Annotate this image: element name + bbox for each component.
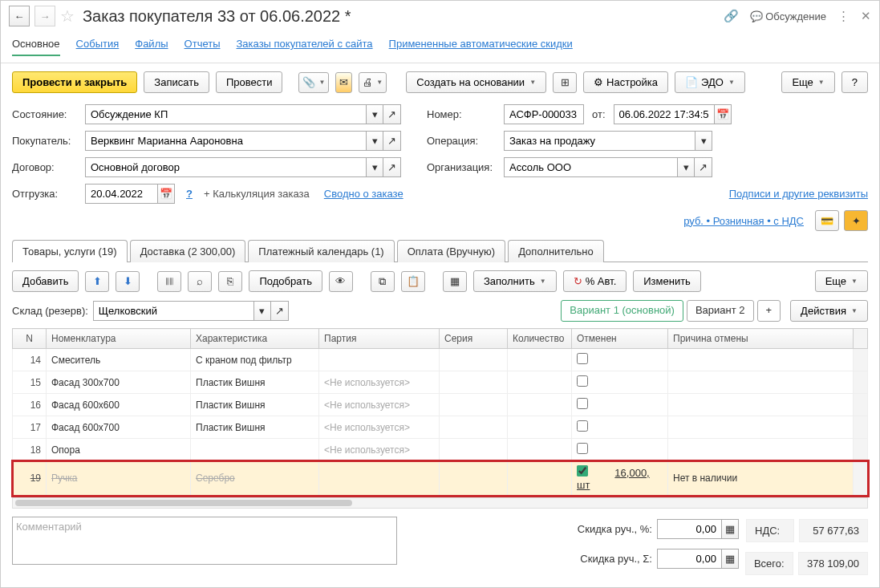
table-row[interactable]: 16Фасад 600х600Пластик Вишня<Не использу… <box>13 394 868 416</box>
print-dropdown[interactable]: 🖨▼ <box>359 72 387 93</box>
contract-dropdown-icon[interactable]: ▾ <box>366 157 383 177</box>
save-button[interactable]: Записать <box>144 71 209 93</box>
table-row[interactable]: 18Опора<Не используется> <box>13 439 868 461</box>
add-row-button[interactable]: Добавить <box>12 270 79 292</box>
tab-reports[interactable]: Отчеты <box>185 38 221 56</box>
variant-2-button[interactable]: Вариант 2 <box>687 300 754 322</box>
tab-main[interactable]: Основное <box>12 38 60 56</box>
table-row[interactable]: 14СмесительС краном под фильтр <box>13 349 868 371</box>
ship-help-link[interactable]: ? <box>186 188 193 200</box>
warehouse-open-icon[interactable]: ↗ <box>271 301 289 321</box>
tab-delivery[interactable]: Доставка (2 300,00) <box>130 240 246 262</box>
card-icon[interactable]: 💳 <box>815 210 839 231</box>
state-input[interactable] <box>85 104 366 124</box>
operation-dropdown-icon[interactable]: ▾ <box>695 131 712 151</box>
contract-input[interactable] <box>85 157 366 177</box>
col-cancelled[interactable]: Отменен <box>572 329 668 349</box>
bonus-icon[interactable]: ✦ <box>844 210 868 231</box>
state-open-icon[interactable]: ↗ <box>383 104 401 124</box>
comment-textarea[interactable]: Комментарий <box>12 517 397 565</box>
discussion-button[interactable]: 💬 Обсуждение <box>750 10 826 22</box>
scan-icon[interactable]: ⌕ <box>188 271 212 292</box>
cell-cancelled[interactable] <box>572 394 668 416</box>
state-dropdown-icon[interactable]: ▾ <box>366 104 383 124</box>
col-n[interactable]: N <box>13 329 47 349</box>
favorite-star-icon[interactable]: ☆ <box>60 6 75 26</box>
col-series[interactable]: Серия <box>440 329 508 349</box>
number-input[interactable] <box>504 104 584 124</box>
mail-button[interactable]: ✉ <box>335 72 352 93</box>
create-based-dropdown[interactable]: Создать на основании▼ <box>406 71 546 93</box>
date-input[interactable] <box>614 104 714 124</box>
col-nom[interactable]: Номенклатура <box>47 329 191 349</box>
tab-additional[interactable]: Дополнительно <box>508 240 604 262</box>
fill-from-icon[interactable]: ⎘ <box>218 271 242 292</box>
attach-dropdown[interactable]: 📎▼ <box>298 72 329 93</box>
cancelled-checkbox[interactable] <box>577 465 588 476</box>
discount-pct-calc-icon[interactable]: ▦ <box>721 519 739 539</box>
buyer-open-icon[interactable]: ↗ <box>383 131 401 151</box>
cell-cancelled[interactable] <box>572 416 668 439</box>
tab-payment-calendar[interactable]: Платежный календарь (1) <box>248 240 394 262</box>
barcode-icon[interactable]: ⦀⦀ <box>157 271 181 292</box>
tab-events[interactable]: События <box>76 38 120 56</box>
add-variant-button[interactable]: + <box>757 300 781 322</box>
col-char[interactable]: Характеристика <box>191 329 319 349</box>
warehouse-dropdown-icon[interactable]: ▾ <box>253 301 271 321</box>
ship-date-input[interactable] <box>85 184 157 204</box>
cell-cancelled[interactable] <box>572 371 668 394</box>
calendar-icon[interactable]: 📅 <box>714 104 732 124</box>
auto-percent-button[interactable]: ↻ % Авт. <box>563 270 627 292</box>
forward-button[interactable]: → <box>34 6 55 26</box>
table-row[interactable]: 17Фасад 600х700Пластик Вишня<Не использу… <box>13 416 868 439</box>
operation-input[interactable] <box>504 131 695 151</box>
org-open-icon[interactable]: ↗ <box>695 157 712 177</box>
columns-icon[interactable]: ▦ <box>443 271 467 292</box>
table-row[interactable]: 19РучкаСеребро 16,000, штНет в наличии <box>13 461 868 496</box>
edo-dropdown[interactable]: 📄 ЭДО▼ <box>675 71 745 93</box>
eye-icon[interactable]: 👁 <box>329 271 353 292</box>
tab-files[interactable]: Файлы <box>135 38 168 56</box>
post-button[interactable]: Провести <box>216 71 283 93</box>
pick-button[interactable]: Подобрать <box>249 270 322 292</box>
cancelled-checkbox[interactable] <box>577 375 588 387</box>
change-button[interactable]: Изменить <box>633 270 701 292</box>
horizontal-scrollbar[interactable] <box>12 497 868 509</box>
org-dropdown-icon[interactable]: ▾ <box>677 157 695 177</box>
tab-goods[interactable]: Товары, услуги (19) <box>12 240 128 262</box>
org-input[interactable] <box>504 157 677 177</box>
cell-cancelled[interactable] <box>572 439 668 461</box>
more-button[interactable]: Еще▼ <box>781 71 834 93</box>
move-down-icon[interactable]: ⬇ <box>116 271 140 292</box>
link-icon[interactable]: 🔗 <box>724 9 739 23</box>
actions-dropdown[interactable]: Действия▼ <box>790 300 868 322</box>
cancelled-checkbox[interactable] <box>577 353 588 364</box>
kebab-menu-icon[interactable]: ⋮ <box>837 9 850 23</box>
warehouse-input[interactable] <box>93 301 253 321</box>
table-row[interactable]: 15Фасад 300х700Пластик Вишня<Не использу… <box>13 371 868 394</box>
price-type-link[interactable]: руб. • Розничная • с НДС <box>683 215 804 227</box>
summary-link[interactable]: Сводно о заказе <box>324 188 404 200</box>
close-icon[interactable]: ✕ <box>861 9 871 23</box>
paste-icon[interactable]: 📋 <box>401 271 425 292</box>
tab-payment[interactable]: Оплата (Вручную) <box>397 240 505 262</box>
tab-site-orders[interactable]: Заказы покупателей с сайта <box>237 38 373 56</box>
variant-1-button[interactable]: Вариант 1 (основной) <box>561 300 683 322</box>
copy-icon[interactable]: ⧉ <box>371 271 395 292</box>
calc-link[interactable]: + Калькуляция заказа <box>204 188 310 200</box>
cell-cancelled[interactable]: 16,000, шт <box>572 461 668 496</box>
contract-open-icon[interactable]: ↗ <box>383 157 401 177</box>
move-up-icon[interactable]: ⬆ <box>85 271 109 292</box>
settings-button[interactable]: ⚙ Настройка <box>583 71 668 93</box>
buyer-dropdown-icon[interactable]: ▾ <box>366 131 383 151</box>
back-button[interactable]: ← <box>9 6 30 26</box>
ship-calendar-icon[interactable]: 📅 <box>157 184 175 204</box>
structure-icon[interactable]: ⊞ <box>553 72 577 93</box>
fill-dropdown[interactable]: Заполнить▼ <box>473 270 557 292</box>
cancelled-checkbox[interactable] <box>577 420 588 432</box>
col-qty[interactable]: Количество <box>508 329 572 349</box>
tab-discounts[interactable]: Примененные автоматические скидки <box>389 38 573 56</box>
buyer-input[interactable] <box>85 131 366 151</box>
discount-sum-input[interactable] <box>657 549 721 569</box>
cell-cancelled[interactable] <box>572 349 668 371</box>
